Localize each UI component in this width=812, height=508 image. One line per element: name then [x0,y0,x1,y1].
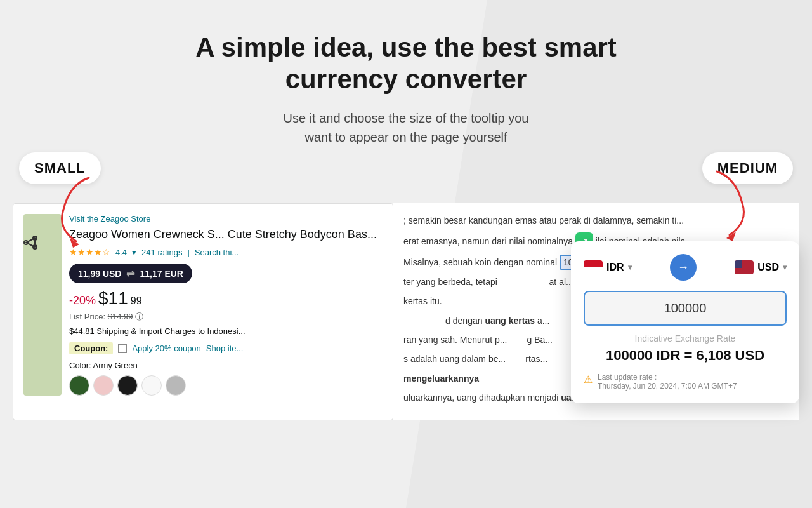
page-background: A simple idea, use the best smart curren… [0,0,812,508]
exchange-result: 100000 IDR = 6,108 USD [584,347,787,364]
separator: | [187,248,189,257]
tooltip-from-price: 11,99 USD [78,269,121,279]
price-main: $11 [98,288,128,309]
shop-item-link[interactable]: Shop ite... [206,344,244,353]
update-text: Last update rate : Thursday, Jun 20, 202… [598,373,737,391]
subtitle-line1: Use it and choose the size of the toolti… [284,111,529,125]
from-currency-label: IDR [606,262,624,273]
swap-currencies-button[interactable]: → [670,254,697,281]
to-currency-dropdown-icon[interactable]: ▾ [783,263,787,272]
header-section: A simple idea, use the best smart curren… [0,0,812,166]
rating-row: ★★★★☆ 4.4 ▾ 241 ratings | Search thi... [69,247,383,257]
amount-input[interactable] [584,291,787,326]
price-row: -20% $1199 [69,288,383,309]
swatch-pink[interactable] [93,375,114,396]
currency-to: USD ▾ [735,260,787,274]
main-title: A simple idea, use the best smart curren… [13,32,799,96]
update-info: ⚠ Last update rate : Thursday, Jun 20, 2… [584,373,787,391]
currency-from: IDR ▾ [584,260,632,274]
converter-header: IDR ▾ → USD ▾ [584,254,787,281]
tooltip-arrow-icon: ⇌ [126,267,134,279]
swatch-green[interactable] [69,375,89,396]
title-line2: currency converter [285,64,527,94]
swatch-black[interactable] [117,375,138,396]
dropdown-arrow-icon: ▾ [132,248,136,257]
price-cents: 99 [131,295,142,307]
product-info: Visit the Zeagoo Store Zeagoo Women Crew… [69,214,383,396]
shipping-info: $44.81 Shipping & Import Charges to Indo… [69,326,383,336]
tooltip-to-price: 11,17 EUR [140,269,183,279]
search-this-link[interactable]: Search thi... [195,248,239,257]
product-title: Zeagoo Women Crewneck S... Cute Stretchy… [69,227,383,242]
rating-value: 4.4 [115,248,127,257]
color-swatches [69,375,383,396]
coupon-checkbox[interactable] [118,344,127,353]
share-icon [23,236,39,253]
to-currency-label: USD [757,262,779,273]
discount-badge: -20% [69,294,96,307]
title-line1: A simple idea, use the best smart [195,32,617,62]
color-row: Color: Army Green [69,361,383,370]
share-icon-wrapper [23,236,39,256]
swatch-white[interactable] [141,375,162,396]
exchange-rate-label: Indicative Exchange Rate [584,333,787,344]
arrow-left [51,171,102,250]
swatch-gray[interactable] [166,375,186,396]
apply-coupon-link[interactable]: Apply 20% coupon [132,344,200,353]
converter-widget: IDR ▾ → USD ▾ Indicative Exchange Rate 1… [571,241,799,403]
subtitle-line2: want to appear on the page yourself [304,130,507,144]
usa-flag-icon [735,260,754,274]
list-price: List Price: $14.99 ⓘ [69,311,383,323]
from-currency-dropdown-icon[interactable]: ▾ [628,263,632,272]
indonesia-flag-icon [584,260,603,274]
warning-icon: ⚠ [584,373,593,385]
rating-count[interactable]: 241 ratings [141,248,182,257]
coupon-row: Coupon: Apply 20% coupon Shop ite... [69,342,383,354]
price-tooltip: 11,99 USD ⇌ 11,17 EUR [69,264,192,283]
subtitle: Use it and choose the size of the toolti… [13,109,799,147]
store-link[interactable]: Visit the Zeagoo Store [69,214,383,224]
arrow-right [704,165,755,244]
coupon-badge: Coupon: [69,342,113,354]
